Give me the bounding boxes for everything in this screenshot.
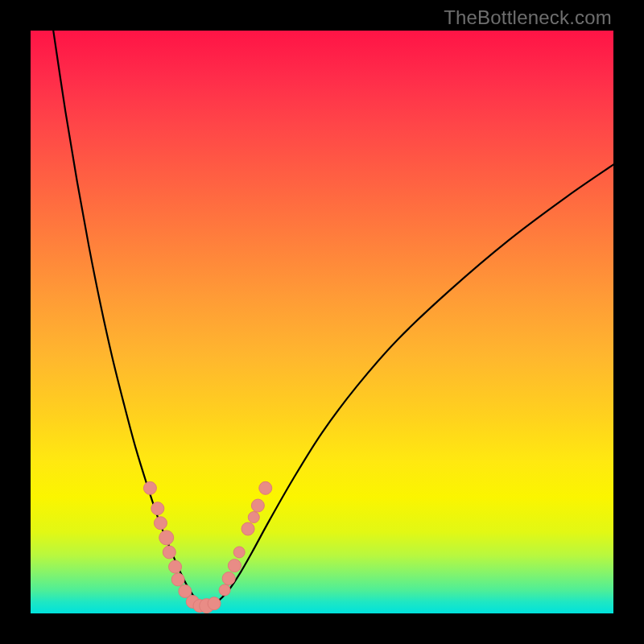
data-marker bbox=[163, 546, 175, 559]
data-marker bbox=[169, 560, 182, 573]
data-marker bbox=[251, 499, 264, 512]
data-marker bbox=[233, 547, 245, 558]
data-marker bbox=[143, 481, 156, 494]
data-marker bbox=[228, 559, 241, 572]
data-marker bbox=[208, 597, 221, 610]
plot-area bbox=[31, 31, 613, 613]
bottleneck-curve bbox=[53, 31, 613, 606]
data-marker bbox=[259, 481, 272, 494]
data-marker bbox=[248, 512, 259, 523]
chart-frame: TheBottleneck.com bbox=[0, 0, 644, 644]
data-marker bbox=[154, 517, 167, 530]
data-marker bbox=[151, 502, 164, 515]
watermark-text: TheBottleneck.com bbox=[444, 6, 612, 29]
data-marker bbox=[171, 573, 184, 586]
data-marker bbox=[219, 584, 230, 596]
curve-svg bbox=[31, 31, 613, 613]
data-marker bbox=[222, 572, 235, 585]
data-marker bbox=[242, 522, 254, 535]
data-markers bbox=[143, 481, 271, 613]
data-marker bbox=[159, 530, 174, 545]
